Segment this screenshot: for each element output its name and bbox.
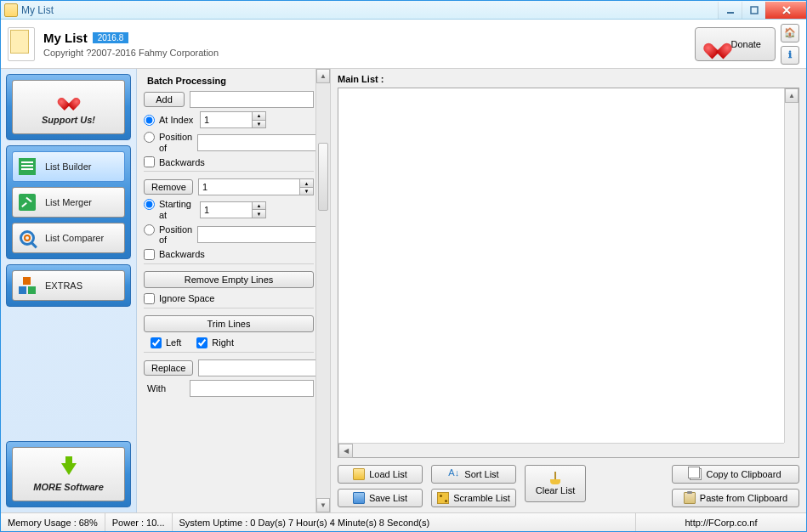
home-button[interactable]: 🏠 [781,24,799,42]
support-us-button[interactable]: Support Us! [12,80,125,134]
window-title: My List [21,4,54,16]
merge-icon [19,194,36,211]
donate-button[interactable]: Donate [695,27,776,61]
disk-icon [353,492,365,504]
starting-at-radio[interactable] [144,199,155,210]
info-icon: ℹ [788,49,792,60]
remove-button[interactable]: Remove [144,179,193,195]
cubes-icon [19,277,36,294]
nav-label: List Merger [45,197,92,207]
copyright-text: Copyright ?2007-2016 Fahmy Corporation [43,48,219,58]
position-of-input-2[interactable] [197,226,321,243]
help-button[interactable]: ℹ [781,46,799,65]
close-button[interactable] [765,2,806,19]
document-icon [19,158,36,175]
nav-extras[interactable]: EXTRAS [12,270,125,301]
heart-icon [62,93,76,105]
svg-rect-0 [727,12,734,14]
replace-input[interactable] [198,359,322,376]
backwards-check-1[interactable] [144,156,155,167]
position-of-radio-2[interactable] [144,224,155,235]
donate-label: Donate [731,39,761,49]
position-of-radio[interactable] [144,132,155,143]
dice-icon [437,492,449,504]
position-of-label-2: Positionof [159,224,192,246]
app-name: My List [43,31,88,45]
nav-list-merger[interactable]: List Merger [12,187,125,218]
backwards-check-2[interactable] [144,249,155,260]
version-badge: 2016.8 [93,32,129,43]
trim-right-check[interactable] [196,337,207,348]
sidebar: Support Us! List Builder List Merger Lis… [1,69,137,512]
heart-icon [709,37,726,52]
main-panel: Main List : ▲ ◀ Load List Save List A↓So… [331,69,806,512]
copy-icon [690,468,702,480]
status-power: Power : 10... [105,513,173,531]
sort-list-button[interactable]: A↓Sort List [431,465,516,484]
save-list-button[interactable]: Save List [338,489,423,507]
main-list-title: Main List : [338,74,799,84]
more-software-button[interactable]: MORE Software [12,447,125,501]
ignore-space-label: Ignore Space [159,293,214,303]
trim-right-label: Right [212,337,234,348]
title-bar: My List [1,1,806,20]
clipboard-icon [8,27,35,61]
minimize-button[interactable] [718,2,742,19]
more-label: MORE Software [33,482,104,492]
list-vscrollbar[interactable]: ▲ [784,88,798,443]
status-url[interactable]: http://FCorp.co.nf [636,513,806,531]
with-label: With [144,383,185,393]
batch-scrollbar[interactable]: ▲ ▼ [315,69,330,512]
nav-list-builder[interactable]: List Builder [12,151,125,182]
paste-icon [684,492,696,504]
add-input[interactable] [190,91,314,108]
nav-label: List Builder [45,161,91,172]
at-index-label: At Index [159,115,193,126]
nav-label: EXTRAS [45,280,82,291]
trim-left-check[interactable] [151,337,162,348]
app-icon [4,3,18,17]
svg-rect-1 [751,7,758,14]
backwards-label: Backwards [159,157,205,167]
at-index-spinner[interactable]: 1▲▼ [200,111,266,128]
trim-left-label: Left [166,337,181,348]
nav-list-comparer[interactable]: List Comparer [12,223,125,253]
backwards-label-2: Backwards [159,249,205,259]
header: My List2016.8 Copyright ?2007-2016 Fahmy… [1,20,806,69]
at-index-radio[interactable] [144,115,155,126]
starting-at-label: Startingat [159,199,191,220]
load-list-button[interactable]: Load List [338,465,423,484]
maximize-button[interactable] [742,2,765,19]
status-uptime: System Uptime : 0 Day(s) 7 Hour(s) 4 Min… [173,513,636,531]
status-memory: Memory Usage : 68% [1,513,105,531]
folder-icon [353,468,365,480]
replace-button[interactable]: Replace [144,360,193,376]
with-input[interactable] [190,380,314,397]
paste-clipboard-button[interactable]: Paste from Clipboard [672,489,799,507]
status-bar: Memory Usage : 68% Power : 10... System … [1,512,806,531]
position-of-label: Positionof [159,132,192,153]
home-icon: 🏠 [784,27,796,38]
list-hscrollbar[interactable]: ◀ [338,443,798,457]
batch-title: Batch Processing [147,76,314,86]
support-label: Support Us! [42,115,95,125]
clear-list-button[interactable]: Clear List [525,465,586,502]
arrow-down-icon [65,456,72,463]
copy-clipboard-button[interactable]: Copy to Clipboard [672,465,799,484]
position-of-input[interactable] [197,134,321,151]
remove-spinner[interactable]: 1▲▼ [198,178,314,195]
batch-panel: Batch Processing Add At Index 1▲▼ Positi… [137,69,331,512]
ignore-space-check[interactable] [144,293,155,304]
broom-icon [554,472,556,480]
main-list-box[interactable]: ▲ ◀ [338,88,799,458]
sort-icon: A↓ [448,468,460,480]
magnifier-icon [20,230,35,246]
starting-at-spinner[interactable]: 1▲▼ [200,201,266,218]
remove-empty-button[interactable]: Remove Empty Lines [144,271,314,288]
add-button[interactable]: Add [144,92,185,107]
scramble-list-button[interactable]: Scramble List [431,489,516,507]
nav-label: List Comparer [45,233,104,243]
trim-lines-button[interactable]: Trim Lines [144,315,314,332]
